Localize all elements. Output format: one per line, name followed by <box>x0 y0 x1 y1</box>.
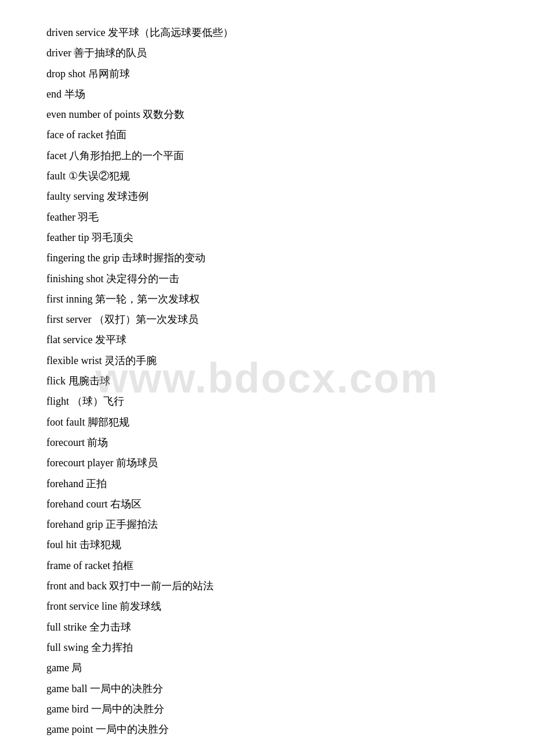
list-item: end 半场 <box>46 85 488 104</box>
term-english: fault <box>46 170 68 182</box>
term-english: forecourt <box>46 437 87 448</box>
term-chinese: 拍面 <box>106 129 127 141</box>
term-chinese: 击球时握指的变动 <box>122 252 205 264</box>
list-item: fault ①失误②犯规 <box>46 167 488 186</box>
list-item: facet 八角形拍把上的一个平面 <box>46 146 488 165</box>
term-english: flick <box>46 375 68 387</box>
list-item: face of racket 拍面 <box>46 125 488 145</box>
term-english: game point <box>46 723 96 735</box>
list-item: drop shot 吊网前球 <box>46 64 488 84</box>
term-english: full strike <box>46 621 89 633</box>
term-chinese: 一局中的决胜分 <box>91 703 164 715</box>
term-chinese: 局 <box>71 662 82 674</box>
list-item: driven service 发平球（比高远球要低些） <box>46 23 488 42</box>
term-english: front and back <box>46 580 109 592</box>
term-chinese: 全力挥拍 <box>91 642 133 653</box>
term-chinese: 正手握拍法 <box>106 519 158 530</box>
list-item: finishing shot 决定得分的一击 <box>46 269 488 289</box>
term-english: forecourt player <box>46 457 116 469</box>
term-chinese: 右场区 <box>110 498 142 510</box>
term-english: first inning <box>46 293 95 305</box>
term-chinese: 一局中的决胜分 <box>90 683 163 694</box>
list-item: flick 甩腕击球 <box>46 372 488 391</box>
list-item: forecourt player 前场球员 <box>46 453 488 473</box>
list-item: driver 善于抽球的队员 <box>46 44 488 63</box>
term-english: fingering the grip <box>46 252 122 264</box>
term-chinese: 前发球线 <box>120 600 161 612</box>
term-english: driven service <box>46 27 108 38</box>
term-chinese: 第一轮，第一次发球权 <box>95 293 200 305</box>
list-item: flat service 发平球 <box>46 330 488 350</box>
list-item: feather tip 羽毛顶尖 <box>46 228 488 247</box>
term-english: front service line <box>46 600 120 612</box>
term-chinese: 拍框 <box>113 560 134 571</box>
term-english: end <box>46 88 64 100</box>
term-english: drop shot <box>46 68 88 80</box>
term-english: flat service <box>46 334 95 345</box>
term-chinese: 发平球 <box>95 334 127 345</box>
term-chinese: 发球违例 <box>107 190 149 202</box>
term-chinese: 灵活的手腕 <box>104 355 157 366</box>
list-item: front service line 前发球线 <box>46 597 488 616</box>
term-chinese: 前场 <box>87 437 108 448</box>
term-chinese: 八角形拍把上的一个平面 <box>69 150 184 161</box>
term-english: feather <box>46 211 78 223</box>
term-chinese: （球）飞行 <box>72 395 124 407</box>
term-english: flexible wrist <box>46 355 104 366</box>
term-english: game <box>46 662 71 674</box>
list-item: full strike 全力击球 <box>46 618 488 637</box>
term-english: foot fault <box>46 416 88 428</box>
list-item: front and back 双打中一前一后的站法 <box>46 577 488 596</box>
term-english: faulty serving <box>46 190 107 202</box>
term-chinese: 双数分数 <box>143 109 185 120</box>
term-english: feather tip <box>46 232 92 243</box>
term-english: game ball <box>46 683 90 694</box>
list-item: forehand 正拍 <box>46 474 488 494</box>
term-english: driver <box>46 47 74 59</box>
term-chinese: 羽毛顶尖 <box>92 232 134 243</box>
list-item: full swing 全力挥拍 <box>46 638 488 657</box>
list-item: faulty serving 发球违例 <box>46 187 488 206</box>
term-chinese: 正拍 <box>86 478 107 489</box>
term-english: face of racket <box>46 129 106 141</box>
term-english: facet <box>46 150 69 161</box>
term-english: forehand grip <box>46 519 106 530</box>
list-item: game 局 <box>46 658 488 678</box>
list-item: flexible wrist 灵活的手腕 <box>46 351 488 370</box>
list-item: first inning 第一轮，第一次发球权 <box>46 290 488 309</box>
term-chinese: 决定得分的一击 <box>106 273 179 285</box>
list-item: fingering the grip 击球时握指的变动 <box>46 249 488 268</box>
term-chinese: （双打）第一次发球员 <box>94 314 199 325</box>
term-chinese: ①失误②犯规 <box>68 170 130 182</box>
term-english: frame of racket <box>46 560 113 571</box>
list-item: forehand grip 正手握拍法 <box>46 515 488 534</box>
term-english: full swing <box>46 642 91 653</box>
term-english: foul hit <box>46 539 80 550</box>
term-chinese: 吊网前球 <box>88 68 130 80</box>
list-item: game ball 一局中的决胜分 <box>46 679 488 699</box>
list-item: frame of racket 拍框 <box>46 556 488 575</box>
list-item: game point 一局中的决胜分 <box>46 720 488 739</box>
term-english: forehand court <box>46 498 110 510</box>
list-item: first server （双打）第一次发球员 <box>46 310 488 329</box>
list-item: feather 羽毛 <box>46 208 488 227</box>
list-item: foot fault 脚部犯规 <box>46 413 488 432</box>
term-chinese: 半场 <box>64 88 85 100</box>
list-item: forecourt 前场 <box>46 433 488 452</box>
term-english: even number of points <box>46 109 143 120</box>
term-chinese: 发平球（比高远球要低些） <box>108 27 233 38</box>
term-chinese: 前场球员 <box>116 457 158 469</box>
term-chinese: 全力击球 <box>89 621 131 633</box>
term-list: driven service 发平球（比高远球要低些）driver 善于抽球的队… <box>46 23 488 739</box>
list-item: game bird 一局中的决胜分 <box>46 700 488 719</box>
term-english: first server <box>46 314 94 325</box>
term-chinese: 双打中一前一后的站法 <box>109 580 214 592</box>
list-item: even number of points 双数分数 <box>46 105 488 124</box>
term-chinese: 甩腕击球 <box>68 375 110 387</box>
term-english: finishing shot <box>46 273 106 285</box>
list-item: foul hit 击球犯规 <box>46 535 488 555</box>
term-english: flight <box>46 395 72 407</box>
term-chinese: 脚部犯规 <box>88 416 129 428</box>
term-chinese: 善于抽球的队员 <box>74 47 147 59</box>
term-chinese: 羽毛 <box>78 211 99 223</box>
